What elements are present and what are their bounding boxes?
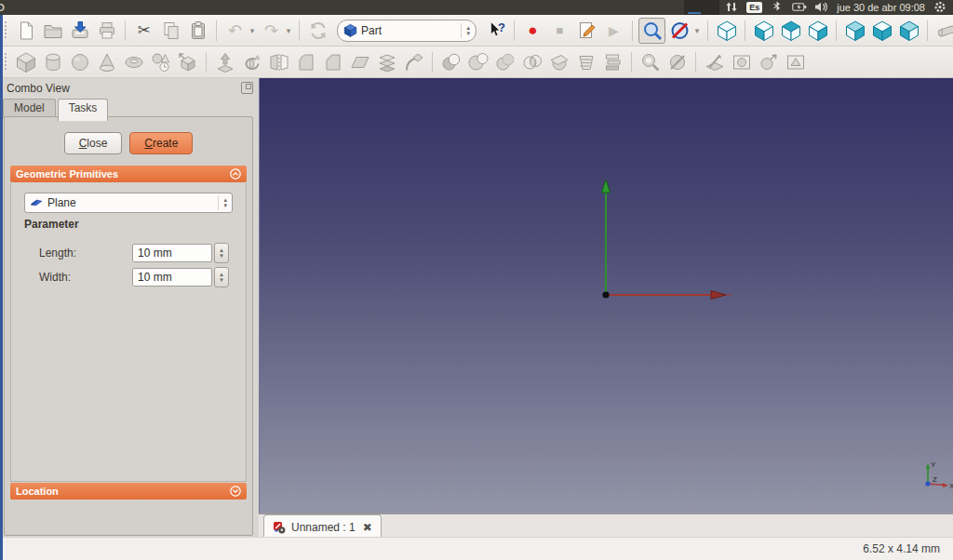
part-cut-button[interactable] xyxy=(465,50,490,74)
paste-button[interactable] xyxy=(185,19,210,43)
print-button[interactable] xyxy=(94,19,119,43)
part-shape-builder-button[interactable] xyxy=(175,50,200,74)
document-tab[interactable]: Unnamed : 1 ✖ xyxy=(263,514,382,539)
undo-button-dropdown-icon[interactable]: ▾ xyxy=(248,26,257,35)
macro-record-button[interactable]: ● xyxy=(520,19,545,43)
primitive-type-select[interactable]: Plane ▴▾ xyxy=(24,193,233,213)
origin-axes xyxy=(590,176,748,311)
copy-button[interactable] xyxy=(158,19,183,43)
part-cross-sections-button[interactable] xyxy=(573,50,598,74)
cut-button[interactable]: ✂ xyxy=(131,19,156,43)
redo-button-dropdown-icon[interactable]: ▾ xyxy=(284,26,293,35)
combo-view-titlebar: Combo View xyxy=(0,78,259,96)
geometric-primitives-title: Geometric Primitives xyxy=(16,168,118,180)
toolbar-separator xyxy=(927,20,928,41)
part-extrude-button[interactable] xyxy=(212,50,237,74)
width-input[interactable]: 10 mm xyxy=(132,268,212,287)
toolbar-separator xyxy=(514,20,515,41)
battery-icon[interactable] xyxy=(792,1,807,15)
network-updown-icon[interactable] xyxy=(724,1,739,15)
macro-stop-button[interactable]: ■ xyxy=(547,19,572,43)
location-header[interactable]: Location xyxy=(10,483,247,500)
part-intersection-button[interactable] xyxy=(519,50,544,74)
front-view-button[interactable] xyxy=(751,19,776,43)
left-view-button[interactable] xyxy=(896,19,921,43)
open-document-button[interactable] xyxy=(40,19,65,43)
workbench-selector[interactable]: Part▴▾ xyxy=(337,20,476,42)
right-view-button[interactable] xyxy=(805,19,830,43)
length-input[interactable]: 10 mm xyxy=(132,244,212,262)
top-view-button[interactable] xyxy=(778,19,803,43)
axonometric-view-button[interactable] xyxy=(714,19,739,43)
geometric-primitives-header[interactable]: Geometric Primitives xyxy=(10,166,247,182)
3d-viewport[interactable]: Y X Z xyxy=(259,78,953,513)
document-tab-close-icon[interactable]: ✖ xyxy=(363,521,372,534)
part-loft-button[interactable] xyxy=(374,50,399,74)
part-defeaturing-button[interactable] xyxy=(664,50,690,74)
toolbar-separator xyxy=(632,20,633,41)
draw-style-button[interactable] xyxy=(667,19,692,43)
toolbar-separator xyxy=(125,20,126,41)
part-box-button[interactable] xyxy=(13,50,38,74)
volume-icon[interactable] xyxy=(814,1,829,15)
width-row: Width: 10 mm ▴▾ xyxy=(39,267,236,287)
length-spinner[interactable]: ▴▾ xyxy=(214,243,229,263)
workbench-value: Part xyxy=(361,24,382,37)
dock-float-icon[interactable] xyxy=(241,82,253,94)
toolbar-separator xyxy=(299,20,300,41)
new-document-button[interactable] xyxy=(13,19,38,43)
part-make-face-button[interactable] xyxy=(347,50,372,74)
part-sphere-button[interactable] xyxy=(67,50,92,74)
part-union-button[interactable] xyxy=(492,50,517,74)
part-section-button[interactable] xyxy=(546,50,571,74)
toolbar-handle[interactable] xyxy=(3,21,9,40)
part-sweep-button[interactable] xyxy=(401,50,426,74)
part-convert-button[interactable] xyxy=(783,50,808,74)
keyboard-layout-indicator[interactable]: Es xyxy=(746,2,762,13)
close-button[interactable]: Close xyxy=(64,132,123,154)
session-gear-icon[interactable] xyxy=(933,1,947,15)
measure-button[interactable] xyxy=(933,19,953,43)
tasks-panel: Close Create Geometric Primitives Plane xyxy=(4,116,253,536)
create-button[interactable]: Create xyxy=(129,132,193,154)
part-revolve-button[interactable] xyxy=(239,50,264,74)
geometric-primitives-body: Plane ▴▾ Parameter Length: 10 mm ▴▾ Widt… xyxy=(10,182,247,482)
refresh-button[interactable] xyxy=(305,19,330,43)
bottom-view-button[interactable] xyxy=(869,19,894,43)
part-mirror-button[interactable] xyxy=(266,50,291,74)
undo-button[interactable]: ↶ xyxy=(222,19,248,43)
tab-tasks[interactable]: Tasks xyxy=(58,99,109,121)
part-torus-button[interactable] xyxy=(121,50,146,74)
tab-model[interactable]: Model xyxy=(3,99,56,118)
rear-view-button[interactable] xyxy=(842,19,867,43)
x-axis-arrowhead xyxy=(711,291,726,300)
toolbar-handle[interactable] xyxy=(3,53,9,72)
expand-icon[interactable] xyxy=(230,486,241,497)
collapse-icon[interactable] xyxy=(230,168,241,180)
fit-all-button[interactable] xyxy=(638,18,665,44)
part-cylinder-button[interactable] xyxy=(40,50,65,74)
part-refine-shape-button[interactable] xyxy=(702,50,727,74)
part-offset-button[interactable] xyxy=(729,50,754,74)
redo-button[interactable]: ↷ xyxy=(259,19,284,43)
macro-play-button[interactable]: ▶ xyxy=(601,19,626,43)
width-spinner[interactable]: ▴▾ xyxy=(214,267,229,287)
part-fillet-button[interactable] xyxy=(293,50,318,74)
part-check-geometry-button[interactable] xyxy=(638,50,663,74)
bluetooth-icon[interactable] xyxy=(770,1,785,15)
part-thickness-button[interactable] xyxy=(756,50,781,74)
whats-this-button[interactable]: ? xyxy=(483,19,508,43)
macro-edit-button[interactable] xyxy=(574,19,599,43)
select-spinner-icon[interactable]: ▴▾ xyxy=(218,195,227,210)
navigation-axes-indicator: Y X Z xyxy=(916,458,953,497)
part-compound-button[interactable] xyxy=(600,50,625,74)
save-button[interactable] xyxy=(67,19,92,43)
part-cone-button[interactable] xyxy=(94,50,119,74)
part-create-primitives-button[interactable] xyxy=(148,50,173,74)
part-boolean-button[interactable] xyxy=(438,50,463,74)
draw-style-button-dropdown-icon[interactable]: ▾ xyxy=(692,26,702,35)
toolbar-separator xyxy=(432,52,433,73)
part-chamfer-button[interactable] xyxy=(320,50,345,74)
system-tray: Esjue 30 de abr 09:08 xyxy=(724,1,953,15)
clock-label[interactable]: jue 30 de abr 09:08 xyxy=(837,2,925,13)
